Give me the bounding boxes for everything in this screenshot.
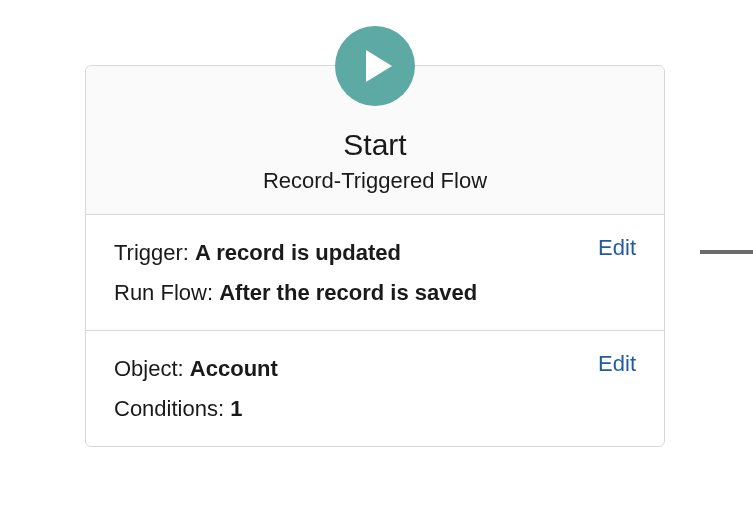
- conditions-label: Conditions:: [114, 396, 224, 421]
- object-value: Account: [190, 356, 278, 381]
- object-row: Object: Account: [114, 349, 636, 389]
- object-section: Object: Account Conditions: 1 Edit: [86, 331, 664, 446]
- node-title: Start: [106, 128, 644, 162]
- trigger-row: Trigger: A record is updated: [114, 233, 636, 273]
- card-header: Start Record-Triggered Flow: [86, 66, 664, 215]
- run-flow-row: Run Flow: After the record is saved: [114, 273, 636, 313]
- node-subtitle: Record-Triggered Flow: [106, 168, 644, 194]
- play-triangle-icon: [366, 50, 392, 82]
- object-label: Object:: [114, 356, 184, 381]
- start-node-card: Start Record-Triggered Flow Trigger: A r…: [85, 65, 665, 447]
- conditions-row: Conditions: 1: [114, 389, 636, 429]
- conditions-value: 1: [230, 396, 242, 421]
- play-icon: [335, 26, 415, 106]
- connector-line: [700, 250, 753, 254]
- trigger-section: Trigger: A record is updated Run Flow: A…: [86, 215, 664, 331]
- edit-object-button[interactable]: Edit: [598, 351, 636, 377]
- run-flow-value: After the record is saved: [219, 280, 477, 305]
- edit-trigger-button[interactable]: Edit: [598, 235, 636, 261]
- run-flow-label: Run Flow:: [114, 280, 213, 305]
- trigger-label: Trigger:: [114, 240, 189, 265]
- trigger-value: A record is updated: [195, 240, 401, 265]
